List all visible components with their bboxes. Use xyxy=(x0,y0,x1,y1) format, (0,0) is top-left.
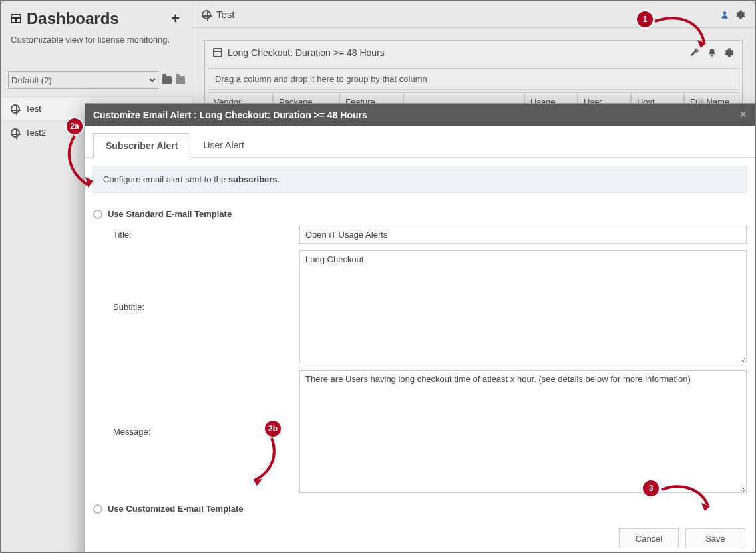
calendar-icon xyxy=(213,48,222,57)
folder-icon[interactable] xyxy=(176,76,185,84)
globe-icon xyxy=(11,128,20,138)
modal-title: Customize Email Alert : Long Checkout: D… xyxy=(93,110,367,120)
user-icon[interactable] xyxy=(720,10,729,19)
close-icon[interactable]: × xyxy=(739,108,747,122)
tab-user-alert[interactable]: User Alert xyxy=(190,132,256,157)
annotation-step-2b: 2b xyxy=(265,421,281,437)
sidebar-title: Dashboards xyxy=(27,9,171,28)
radio-label: Use Customized E-mail Template xyxy=(108,504,243,514)
radio-label: Use Standard E-mail Template xyxy=(108,209,232,219)
cancel-button[interactable]: Cancel xyxy=(619,528,679,548)
sidebar-subtitle: Customizable view for license monitoring… xyxy=(1,32,192,71)
group-drop-zone[interactable]: Drag a column and drop it here to group … xyxy=(208,68,739,90)
dashboards-icon xyxy=(11,14,21,23)
globe-icon xyxy=(11,104,20,114)
radio-custom-template[interactable]: Use Customized E-mail Template xyxy=(93,500,747,518)
sidebar-item-label: Test2 xyxy=(25,128,46,138)
folder-open-icon[interactable] xyxy=(162,76,172,84)
subtitle-field[interactable] xyxy=(299,250,747,363)
annotation-step-3: 3 xyxy=(643,480,659,496)
label-title: Title: xyxy=(113,226,293,244)
save-button[interactable]: Save xyxy=(685,528,745,548)
title-field[interactable] xyxy=(299,226,747,244)
tab-subscriber-alert[interactable]: Subscriber Alert xyxy=(93,133,190,158)
message-field[interactable] xyxy=(299,370,747,493)
tab-description: Configure email alert sent to the subscr… xyxy=(93,166,747,193)
radio-standard-template[interactable]: Use Standard E-mail Template xyxy=(93,205,747,223)
gear-icon[interactable] xyxy=(725,48,734,57)
radio-icon xyxy=(93,210,102,219)
wrench-icon[interactable] xyxy=(690,48,699,57)
add-dashboard-button[interactable]: + xyxy=(171,10,182,27)
annotation-step-2a: 2a xyxy=(67,118,83,134)
sidebar-item-label: Test xyxy=(25,104,41,114)
globe-icon xyxy=(202,10,211,19)
panel-title: Long Checkout: Duration >= 48 Hours xyxy=(228,47,685,58)
bell-icon[interactable] xyxy=(707,48,717,57)
svg-point-0 xyxy=(723,11,727,15)
label-subtitle: Subtitle: xyxy=(113,250,293,363)
radio-icon xyxy=(93,504,102,514)
annotation-step-1: 1 xyxy=(637,11,653,27)
dashboard-select[interactable]: Default (2) xyxy=(8,71,158,89)
gear-icon[interactable] xyxy=(736,10,745,19)
